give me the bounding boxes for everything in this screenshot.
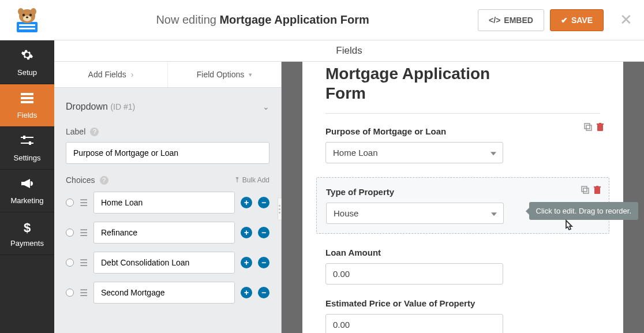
svg-point-4 [18, 8, 24, 15]
svg-rect-16 [29, 141, 31, 145]
save-button[interactable]: ✔ SAVE [550, 9, 604, 31]
remove-choice-button[interactable]: − [258, 287, 269, 298]
delete-icon[interactable] [594, 186, 601, 196]
choices-heading: Choices ? [66, 175, 108, 185]
svg-rect-2 [19, 28, 35, 29]
field-label: Loan Amount [325, 248, 600, 257]
choice-input[interactable] [93, 252, 235, 274]
drag-handle-icon[interactable]: ☰ [80, 197, 88, 208]
chevron-down-icon: ⌄ [263, 102, 269, 111]
svg-rect-20 [597, 124, 604, 125]
svg-rect-1 [19, 24, 35, 26]
default-radio[interactable] [66, 259, 74, 267]
svg-rect-23 [583, 188, 589, 193]
label-input[interactable] [66, 142, 269, 164]
sidenav-setup[interactable]: Setup [0, 40, 54, 84]
check-icon: ✔ [561, 16, 568, 25]
dollar-icon: $ [2, 220, 52, 235]
help-icon[interactable]: ? [100, 176, 108, 185]
svg-rect-21 [599, 123, 601, 124]
drag-handle-icon[interactable]: ☰ [80, 227, 88, 238]
chevron-down-icon: ▾ [249, 71, 252, 78]
embed-button[interactable]: </> EMBED [478, 9, 544, 31]
pointer-cursor-icon [562, 219, 575, 238]
svg-point-8 [29, 13, 32, 16]
panel-resize-handle[interactable] [278, 197, 282, 220]
svg-rect-0 [17, 22, 38, 32]
select-input[interactable]: Home Loan [325, 142, 503, 163]
remove-choice-button[interactable]: − [258, 227, 269, 238]
svg-rect-11 [21, 97, 33, 99]
choice-row: ☰ + − [66, 282, 269, 304]
choice-row: ☰ + − [66, 252, 269, 274]
svg-rect-26 [596, 186, 598, 186]
svg-point-5 [31, 8, 36, 15]
sidenav-marketing[interactable]: Marketing [0, 170, 54, 212]
tab-add-fields[interactable]: Add Fields › [54, 62, 167, 87]
choice-row: ☰ + − [66, 192, 269, 214]
add-choice-button[interactable]: + [241, 257, 252, 268]
add-choice-button[interactable]: + [241, 227, 252, 238]
duplicate-icon[interactable] [581, 186, 589, 196]
svg-rect-19 [597, 125, 603, 131]
choice-input[interactable] [93, 222, 235, 244]
svg-rect-17 [585, 124, 590, 129]
field-label: Estimated Price or Value of Property [325, 298, 600, 308]
svg-rect-22 [582, 186, 587, 192]
list-icon [2, 92, 52, 107]
svg-rect-12 [21, 101, 33, 103]
duplicate-icon[interactable] [584, 123, 592, 133]
sidenav-settings[interactable]: Settings [0, 127, 54, 170]
panel-title: Fields [54, 40, 644, 62]
form-field[interactable]: Loan Amount [325, 248, 600, 285]
sliders-icon [2, 135, 52, 150]
default-radio[interactable] [66, 289, 74, 297]
form-title: Mortgage Application Form [325, 62, 510, 103]
default-radio[interactable] [66, 229, 74, 237]
drag-tooltip: Click to edit. Drag to reorder. [529, 202, 638, 220]
add-choice-button[interactable]: + [241, 287, 252, 298]
tab-field-options[interactable]: Field Options ▾ [168, 62, 281, 87]
number-input[interactable] [325, 263, 503, 285]
svg-point-9 [26, 16, 28, 18]
sidenav-payments[interactable]: $ Payments [0, 212, 54, 255]
drag-handle-icon[interactable]: ☰ [80, 257, 88, 268]
choice-input[interactable] [93, 192, 235, 214]
field-options-header[interactable]: Dropdown (ID #1) ⌄ [66, 88, 269, 122]
svg-point-7 [23, 13, 25, 16]
page-title: Now editing Mortgage Application Form [47, 13, 478, 27]
app-logo [7, 7, 47, 33]
delete-icon[interactable] [597, 123, 604, 133]
upload-icon: ⤒ [234, 176, 240, 184]
bulk-add-button[interactable]: ⤒ Bulk Add [234, 176, 269, 184]
number-input[interactable] [325, 314, 503, 333]
help-icon[interactable]: ? [90, 128, 99, 136]
select-input[interactable]: House [326, 203, 504, 224]
code-icon: </> [489, 16, 500, 25]
close-icon[interactable]: ✕ [615, 11, 637, 29]
choice-row: ☰ + − [66, 222, 269, 244]
drag-handle-icon[interactable]: ☰ [80, 287, 88, 298]
svg-rect-14 [21, 143, 33, 144]
bullhorn-icon [2, 178, 52, 193]
default-radio[interactable] [66, 199, 74, 207]
remove-choice-button[interactable]: − [258, 257, 269, 268]
sidenav-fields[interactable]: Fields [0, 84, 54, 127]
remove-choice-button[interactable]: − [258, 197, 269, 208]
form-field[interactable]: Estimated Price or Value of Property [325, 298, 600, 333]
gear-icon [2, 48, 52, 65]
form-field[interactable]: Purpose of Mortgage or Loan Home Loan [325, 126, 600, 163]
svg-rect-13 [21, 137, 33, 138]
field-label: Type of Property [326, 187, 600, 197]
field-label: Purpose of Mortgage or Loan [325, 126, 600, 136]
add-choice-button[interactable]: + [241, 197, 252, 208]
svg-rect-24 [594, 188, 600, 194]
label-heading: Label ? [66, 127, 269, 136]
svg-rect-10 [21, 93, 33, 95]
choice-input[interactable] [93, 282, 235, 304]
svg-rect-25 [594, 186, 601, 188]
svg-rect-18 [586, 125, 591, 130]
chevron-right-icon: › [131, 70, 134, 79]
svg-rect-15 [23, 136, 25, 139]
